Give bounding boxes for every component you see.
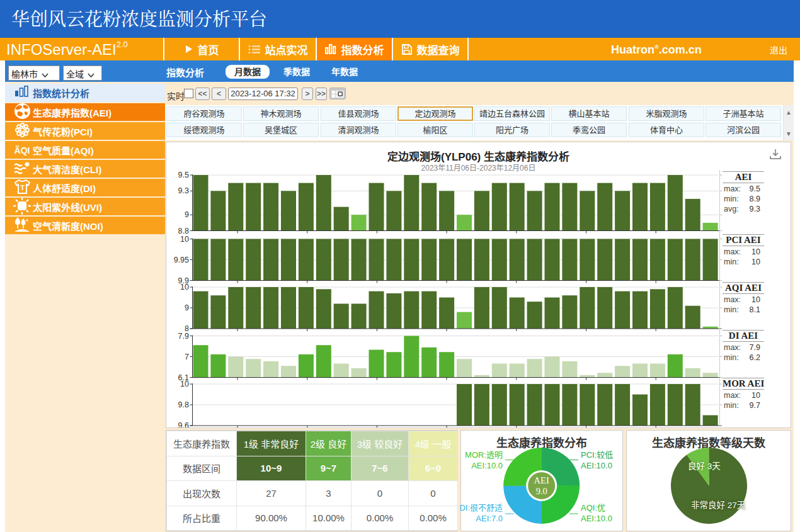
svg-text:10: 10 [180,283,189,291]
svg-text:9: 9 [185,210,189,219]
svg-text:9.8: 9.8 [178,400,189,409]
svg-text:8.8: 8.8 [178,227,189,235]
svg-text:9.95: 9.95 [174,256,189,264]
svg-text:9: 9 [185,303,189,312]
svg-text:9.3: 9.3 [178,186,189,195]
svg-text:9.6: 9.6 [178,421,189,427]
svg-text:9.0: 9.0 [536,486,547,496]
svg-text:AEI: AEI [534,475,549,485]
svg-text:10: 10 [180,380,189,388]
svg-text:7.9: 7.9 [178,332,189,341]
svg-text:7: 7 [185,353,189,361]
svg-text:9.5: 9.5 [178,171,189,179]
svg-text:10: 10 [180,235,189,244]
svg-text:T: T [20,184,25,191]
